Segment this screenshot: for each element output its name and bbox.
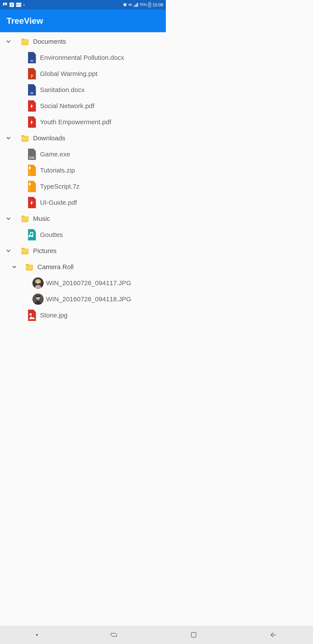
svg-text:f: f — [11, 3, 12, 7]
battery-percent: 75% — [139, 2, 147, 7]
chevron-down-icon[interactable] — [0, 216, 17, 222]
file-tutorials-zip[interactable]: Tutorials.zip — [0, 162, 166, 178]
svg-text:w: w — [30, 58, 34, 63]
file-youth-empowerment[interactable]: Youth Empowerment.pdf — [0, 114, 166, 130]
svg-text:w: w — [30, 90, 34, 95]
clock-time: 15:08 — [152, 2, 163, 8]
pdf-icon — [24, 197, 40, 208]
file-game-exe[interactable]: EXE Game.exe — [0, 146, 166, 162]
folder-music[interactable]: Music — [0, 210, 166, 227]
file-win-094117[interactable]: WIN_20160726_094117.JPG — [0, 275, 166, 291]
file-gouttes[interactable]: Gouttes — [0, 227, 166, 243]
avatar-icon — [30, 278, 46, 289]
file-label: Social Network.pdf — [40, 102, 94, 110]
speech-bubble-icon — [2, 2, 7, 7]
folder-label: Music — [33, 215, 50, 222]
svg-rect-12 — [29, 183, 31, 185]
folder-label: Camera Roll — [37, 263, 74, 271]
chevron-down-icon[interactable] — [0, 248, 17, 254]
ppt-icon: P — [24, 68, 40, 80]
status-bar: f PAYTM 4G 75% 15:08 — [0, 0, 166, 10]
file-label: UI-Guide.pdf — [40, 199, 77, 206]
chevron-down-icon[interactable] — [0, 38, 17, 44]
file-label: Sanitation.docx — [40, 86, 84, 94]
network-4g-icon: 4G — [128, 3, 132, 6]
folder-camera-roll[interactable]: Camera Roll — [0, 259, 166, 275]
folder-downloads[interactable]: Downloads — [0, 130, 166, 146]
file-env-pollution[interactable]: w Environmental Pollution.docx — [0, 50, 166, 66]
exe-icon: EXE — [24, 148, 40, 160]
folder-documents[interactable]: Documents — [0, 34, 166, 50]
file-label: WIN_20160726_094118.JPG — [46, 296, 131, 303]
svg-point-0 — [4, 4, 5, 5]
paytm-icon: PAYTM — [16, 2, 21, 7]
svg-text:P: P — [31, 73, 33, 79]
svg-text:PAYTM: PAYTM — [16, 4, 21, 6]
file-typescript-7z[interactable]: TypeScript.7z — [0, 178, 166, 194]
word-icon: w — [24, 84, 40, 96]
file-global-warming[interactable]: P Global Warming.ppt — [0, 66, 166, 82]
folder-icon — [17, 214, 33, 224]
svg-text:EXE: EXE — [29, 156, 34, 159]
file-label: Game.exe — [40, 150, 70, 158]
signal-icon — [133, 2, 138, 7]
file-sanitation[interactable]: w Sanitation.docx — [0, 82, 166, 98]
battery-charging-icon — [148, 2, 151, 7]
tree-view: Documents w Environmental Pollution.docx… — [0, 32, 166, 322]
music-icon — [24, 229, 40, 240]
avatar-icon — [30, 294, 46, 305]
svg-rect-6 — [149, 2, 150, 3]
folder-pictures[interactable]: Pictures — [0, 243, 166, 259]
folder-label: Downloads — [33, 134, 65, 142]
folder-label: Pictures — [33, 247, 56, 254]
pdf-icon — [24, 100, 40, 112]
svg-point-18 — [29, 313, 32, 316]
svg-rect-17 — [36, 296, 40, 297]
file-social-network[interactable]: Social Network.pdf — [0, 98, 166, 114]
alarm-icon — [123, 2, 127, 7]
folder-icon — [17, 37, 33, 46]
folder-label: Documents — [33, 38, 66, 45]
chevron-down-icon[interactable] — [7, 264, 21, 270]
image-icon — [24, 310, 40, 321]
folder-icon — [21, 262, 37, 272]
file-stone-jpg[interactable]: Stone.jpg — [0, 307, 166, 322]
chevron-down-icon[interactable] — [0, 135, 17, 141]
svg-rect-11 — [29, 167, 31, 169]
file-label: WIN_20160726_094117.JPG — [46, 279, 131, 287]
file-label: Environmental Pollution.docx — [40, 54, 124, 61]
pdf-icon — [24, 116, 40, 128]
word-icon: w — [24, 52, 40, 63]
notification-dot-icon — [23, 4, 24, 6]
folder-icon — [17, 133, 33, 143]
zip-icon — [24, 165, 40, 176]
app-title: TreeView — [6, 16, 43, 26]
file-label: Youth Empowerment.pdf — [40, 118, 111, 126]
facebook-icon: f — [9, 2, 14, 7]
file-label: TypeScript.7z — [40, 183, 79, 190]
file-label: Global Warming.ppt — [40, 70, 97, 78]
file-label: Tutorials.zip — [40, 167, 75, 174]
file-label: Gouttes — [40, 231, 63, 238]
zip-icon — [24, 181, 40, 192]
folder-icon — [17, 246, 33, 256]
file-win-094118[interactable]: WIN_20160726_094118.JPG — [0, 291, 166, 307]
file-ui-guide[interactable]: UI-Guide.pdf — [0, 194, 166, 210]
app-bar: TreeView — [0, 10, 166, 32]
file-label: Stone.jpg — [40, 312, 68, 319]
